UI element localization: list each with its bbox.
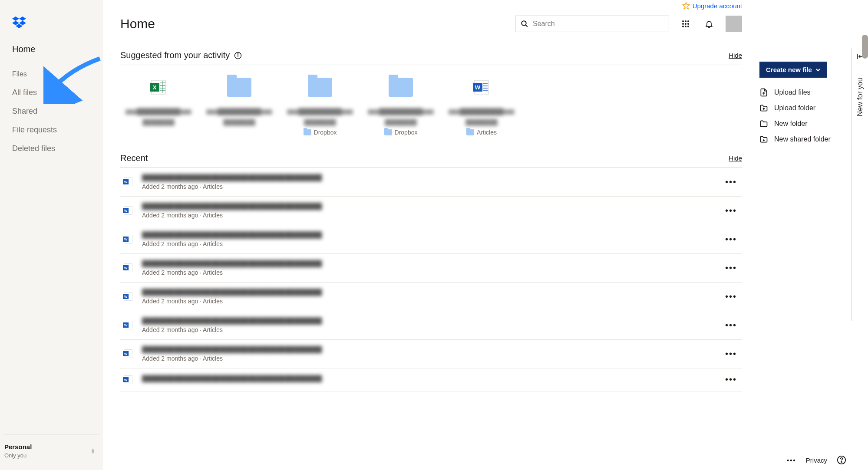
suggested-card[interactable]: X██████████████████ [120, 71, 197, 138]
svg-point-9 [682, 20, 684, 22]
suggested-card[interactable]: ██████████████████Dropbox [363, 71, 439, 138]
svg-point-15 [682, 26, 684, 27]
more-icon[interactable]: ••• [723, 206, 739, 216]
rail-upload-folder[interactable]: Upload folder [759, 100, 858, 116]
svg-marker-2 [12, 21, 19, 25]
svg-marker-4 [16, 24, 23, 28]
account-name: Personal [4, 443, 32, 450]
dropbox-logo[interactable] [0, 0, 103, 40]
sidebar-item-all-files[interactable]: All files [9, 83, 94, 102]
avatar[interactable] [726, 16, 742, 32]
recent-file-meta: Added 2 months ago · Articles [142, 355, 714, 362]
recent-file-meta: Added 2 months ago · Articles [142, 183, 714, 190]
rail-upload-files[interactable]: Upload files [759, 85, 858, 100]
scrollbar[interactable] [862, 35, 868, 59]
recent-row[interactable]: W███████████████████████████████████████… [120, 225, 742, 254]
suggested-card[interactable]: ██████████████████ [201, 71, 277, 138]
word-icon: W [466, 74, 497, 101]
sidebar-item-home[interactable]: Home [9, 40, 94, 61]
svg-point-16 [685, 26, 686, 27]
svg-point-13 [685, 23, 686, 25]
recent-file-name: ███████████████████████████████████████ [142, 174, 714, 181]
suggested-title: Suggested from your activity [120, 50, 230, 60]
recent-file-meta: Added 2 months ago · Articles [142, 269, 714, 276]
svg-line-8 [525, 25, 528, 27]
recent-file-meta: Added 2 months ago · Articles [142, 212, 714, 219]
info-icon[interactable] [234, 52, 242, 59]
recent-row[interactable]: W███████████████████████████████████████… [120, 168, 742, 197]
word-icon: W [123, 234, 133, 244]
sidebar-item-file-requests[interactable]: File requests [9, 121, 94, 139]
suggested-card-name: ██████████ [287, 108, 353, 116]
sidebar: Home Files All files Shared File request… [0, 0, 103, 470]
recent-row[interactable]: W███████████████████████████████████████… [120, 197, 742, 225]
bottom-bar: ••• Privacy [784, 454, 849, 467]
folder-icon [304, 129, 311, 135]
word-icon: W [123, 263, 133, 273]
more-icon[interactable]: ••• [723, 320, 739, 330]
recent-file-name: ███████████████████████████████████████ [142, 317, 714, 325]
rail-new-folder[interactable]: New folder [759, 116, 858, 131]
create-new-file-button[interactable]: Create new file [759, 62, 827, 78]
more-icon[interactable]: ••• [723, 177, 739, 187]
notifications-icon[interactable] [702, 17, 716, 31]
recent-file-name: ███████████████████████████████████████ [142, 260, 714, 267]
svg-point-7 [521, 21, 526, 26]
more-icon[interactable]: ••• [787, 457, 796, 464]
suggested-card[interactable]: W██████████████████Articles [443, 71, 520, 138]
updown-chevron-icon: ▴▾ [92, 448, 94, 454]
recent-row[interactable]: W███████████████████████████████████████… [120, 311, 742, 340]
sidebar-item-deleted-files[interactable]: Deleted files [9, 139, 94, 158]
svg-text:W: W [124, 295, 128, 299]
new-for-you-panel[interactable]: New for you [851, 48, 868, 321]
svg-point-14 [687, 23, 689, 25]
more-icon[interactable]: ••• [723, 263, 739, 273]
apps-grid-icon[interactable] [679, 17, 693, 31]
recent-row[interactable]: W███████████████████████████████████████… [120, 283, 742, 311]
recent-row[interactable]: W███████████████████████████████████████… [120, 368, 742, 391]
recent-file-name: ███████████████████████████████████████ [142, 346, 714, 353]
recent-file-meta: Added 2 months ago · Articles [142, 326, 714, 333]
folder-icon [384, 129, 392, 135]
suggested-hide[interactable]: Hide [729, 52, 742, 59]
svg-text:W: W [124, 209, 128, 213]
more-icon[interactable]: ••• [723, 234, 739, 244]
upload-folder-icon [759, 104, 768, 112]
suggested-card-name: ██████████ [368, 108, 433, 116]
recent-title: Recent [120, 153, 148, 163]
svg-text:W: W [124, 323, 128, 327]
suggested-card-name: ██████████ [449, 108, 514, 116]
main-content: Upgrade account Home [103, 0, 759, 470]
more-icon[interactable]: ••• [723, 375, 739, 385]
svg-marker-6 [683, 3, 689, 9]
search-input[interactable] [533, 20, 663, 28]
suggested-card-location: Dropbox [304, 129, 337, 136]
chevron-down-icon [815, 67, 821, 72]
svg-text:W: W [475, 84, 481, 91]
recent-row[interactable]: W███████████████████████████████████████… [120, 340, 742, 368]
suggested-card-sub: ████████ [452, 119, 511, 125]
search-box[interactable] [515, 16, 669, 32]
rail-new-shared-folder[interactable]: New shared folder [759, 131, 858, 147]
new-for-you-label: New for you [856, 78, 864, 116]
privacy-link[interactable]: Privacy [806, 457, 827, 464]
suggested-card[interactable]: ██████████████████Dropbox [282, 71, 358, 138]
word-icon: W [123, 348, 133, 359]
upgrade-account-link[interactable]: Upgrade account [693, 2, 742, 10]
word-icon: W [123, 177, 133, 187]
svg-point-12 [682, 23, 684, 25]
svg-text:X: X [153, 84, 157, 91]
sidebar-section-files: Files [9, 61, 94, 83]
recent-file-name: ███████████████████████████████████████ [142, 289, 714, 296]
svg-marker-0 [12, 16, 19, 21]
recent-hide[interactable]: Hide [729, 154, 742, 162]
suggested-card-sub: ████████ [372, 119, 430, 125]
suggested-card-sub: ████████ [210, 119, 268, 125]
recent-file-name: ███████████████████████████████████████ [142, 203, 714, 210]
more-icon[interactable]: ••• [723, 349, 739, 359]
sidebar-item-shared[interactable]: Shared [9, 102, 94, 121]
more-icon[interactable]: ••• [723, 292, 739, 302]
recent-row[interactable]: W███████████████████████████████████████… [120, 254, 742, 283]
help-icon[interactable] [837, 455, 846, 465]
sidebar-account-switcher[interactable]: Personal Only you ▴▾ [4, 434, 99, 470]
